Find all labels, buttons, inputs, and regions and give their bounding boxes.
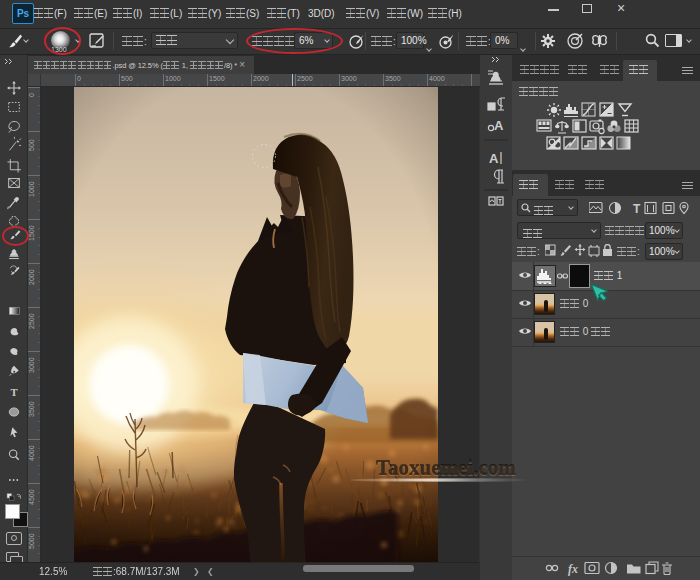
svg-text:T: T: [633, 202, 641, 216]
svg-text:fx: fx: [568, 562, 578, 576]
svg-text:T: T: [10, 387, 17, 398]
svg-text:A: A: [489, 151, 499, 166]
svg-text:A: A: [494, 118, 504, 133]
